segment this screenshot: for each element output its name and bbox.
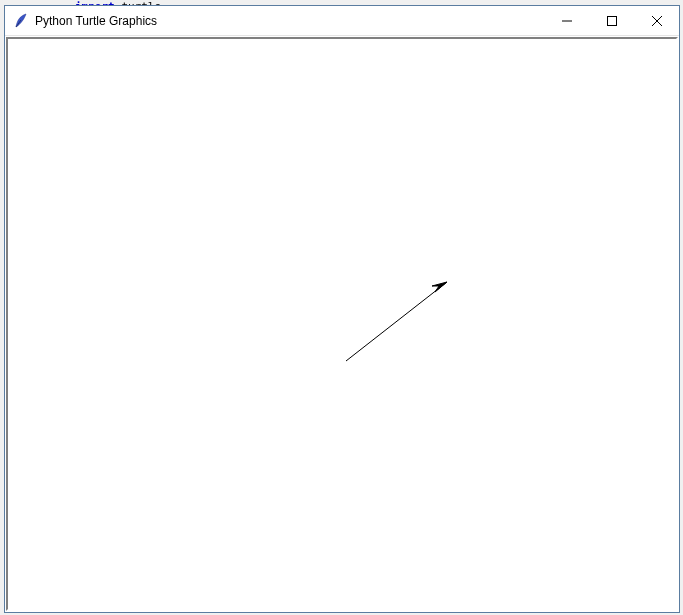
- maximize-button[interactable]: [589, 6, 634, 35]
- turtle-drawing: [8, 39, 676, 609]
- window-title: Python Turtle Graphics: [35, 14, 544, 28]
- close-icon: [652, 16, 662, 26]
- close-button[interactable]: [634, 6, 679, 35]
- turtle-line: [346, 282, 447, 361]
- titlebar[interactable]: Python Turtle Graphics: [5, 6, 679, 36]
- window-controls: [544, 6, 679, 35]
- turtle-cursor-icon: [432, 282, 447, 292]
- feather-icon: [13, 13, 29, 29]
- minimize-icon: [562, 16, 572, 26]
- svg-rect-1: [607, 16, 616, 25]
- maximize-icon: [607, 16, 617, 26]
- turtle-canvas: [6, 37, 678, 611]
- turtle-window: Python Turtle Graphics: [4, 5, 680, 613]
- minimize-button[interactable]: [544, 6, 589, 35]
